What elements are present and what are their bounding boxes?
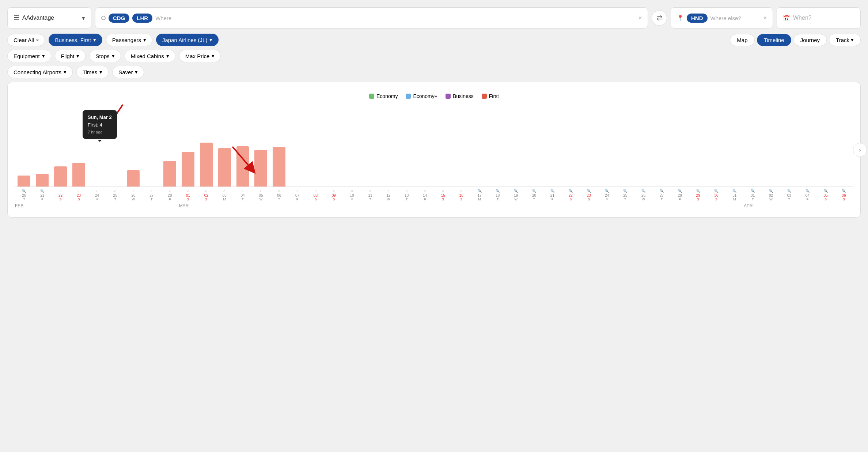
bar-col[interactable] (143, 106, 161, 187)
date-icon[interactable]: 🔍 (660, 189, 664, 193)
date-icon[interactable]: ✓ (150, 189, 153, 193)
bar-col[interactable] (689, 106, 707, 187)
bar-col[interactable] (270, 106, 288, 187)
date-icon[interactable]: 🔍 (824, 189, 828, 193)
next-button[interactable]: › (853, 143, 867, 157)
max-price-filter[interactable]: Max Price ▾ (179, 50, 221, 62)
bar-col[interactable] (561, 106, 580, 187)
date-icon[interactable]: 🔍 (696, 189, 700, 193)
bar-col[interactable] (816, 106, 835, 187)
dest-close-icon[interactable]: × (763, 15, 767, 21)
timeline-view-button[interactable]: Timeline (757, 34, 791, 46)
date-icon[interactable]: 🔍 (22, 189, 26, 193)
bar-col[interactable] (762, 106, 780, 187)
date-icon[interactable]: 🔍 (842, 189, 846, 193)
date-icon[interactable]: 🔍 (587, 189, 591, 193)
bar-col[interactable] (634, 106, 653, 187)
date-icon[interactable]: ✓ (223, 189, 226, 193)
date-icon[interactable]: ✓ (114, 189, 117, 193)
date-icon[interactable]: 🔍 (641, 189, 645, 193)
when-box[interactable]: 📅 When? (777, 7, 861, 29)
bar-col[interactable] (434, 106, 452, 187)
date-icon[interactable]: 🔍 (806, 189, 810, 193)
bar-col[interactable] (525, 106, 543, 187)
saver-filter[interactable]: Saver ▾ (112, 66, 144, 78)
bar-col[interactable] (161, 106, 179, 187)
bar-col[interactable] (361, 106, 379, 187)
date-icon[interactable]: 🔍 (678, 189, 682, 193)
date-icon[interactable]: × (387, 189, 389, 193)
equipment-filter[interactable]: Equipment ▾ (7, 50, 51, 62)
cabin-filter[interactable]: Business, First ▾ (49, 34, 102, 46)
date-icon[interactable]: × (369, 189, 371, 193)
date-icon[interactable]: ✓ (187, 189, 190, 193)
date-icon[interactable]: × (442, 189, 444, 193)
bar-col[interactable] (580, 106, 598, 187)
date-icon[interactable]: 🔍 (496, 189, 500, 193)
bar-col[interactable] (70, 106, 88, 187)
bar-col[interactable] (543, 106, 561, 187)
bar-col[interactable] (725, 106, 744, 187)
airline-filter[interactable]: Japan Airlines (JL) ▾ (156, 34, 219, 46)
origin-chip-cdg[interactable]: CDG (109, 14, 129, 23)
bar-col[interactable] (33, 106, 52, 187)
bar-col[interactable] (507, 106, 525, 187)
bar-col[interactable] (215, 106, 234, 187)
bar-col[interactable] (343, 106, 361, 187)
bar-col[interactable] (15, 106, 33, 187)
date-icon[interactable]: 🔍 (769, 189, 773, 193)
bar-col[interactable] (780, 106, 798, 187)
origin-close-icon[interactable]: × (638, 15, 642, 21)
date-icon[interactable]: × (406, 189, 408, 193)
bar-col[interactable] (671, 106, 689, 187)
date-icon[interactable]: 🔍 (40, 189, 44, 193)
date-icon[interactable]: × (460, 189, 462, 193)
map-view-button[interactable]: Map (730, 34, 754, 46)
date-icon[interactable]: 🔍 (569, 189, 573, 193)
date-icon[interactable]: 🔍 (514, 189, 518, 193)
bar-col[interactable] (470, 106, 489, 187)
bar-col[interactable] (744, 106, 762, 187)
bar-col[interactable] (379, 106, 398, 187)
origin-airports-box[interactable]: CDG LHR Where × (95, 7, 648, 29)
bar-col[interactable] (707, 106, 725, 187)
date-icon[interactable]: ✓ (241, 189, 244, 193)
journey-view-button[interactable]: Journey (793, 34, 827, 46)
bar-col[interactable] (598, 106, 616, 187)
bar-col[interactable] (798, 106, 816, 187)
flight-filter[interactable]: Flight ▾ (55, 50, 86, 62)
date-icon[interactable]: × (278, 189, 280, 193)
bar-col[interactable] (252, 106, 270, 187)
bar-col[interactable] (452, 106, 470, 187)
date-icon[interactable]: ✓ (259, 189, 262, 193)
date-icon[interactable]: × (132, 189, 134, 193)
bar-col[interactable] (489, 106, 507, 187)
date-icon[interactable]: ✓ (77, 189, 80, 193)
clear-all-button[interactable]: Clear All × (7, 34, 45, 46)
bar-col[interactable] (288, 106, 307, 187)
date-icon[interactable]: ✓ (168, 189, 171, 193)
times-filter[interactable]: Times ▾ (76, 66, 109, 78)
date-icon[interactable]: 🔍 (478, 189, 482, 193)
date-icon[interactable]: 🔍 (714, 189, 718, 193)
date-icon[interactable]: × (333, 189, 335, 193)
date-icon[interactable]: ✓ (205, 189, 208, 193)
bar-col[interactable] (197, 106, 215, 187)
date-icon[interactable]: × (351, 189, 353, 193)
date-icon[interactable]: 🔍 (751, 189, 755, 193)
date-icon[interactable]: 🔍 (605, 189, 609, 193)
date-icon[interactable]: 🔍 (623, 189, 627, 193)
bar-col[interactable] (124, 106, 143, 187)
bar-col[interactable] (616, 106, 634, 187)
date-icon[interactable]: × (296, 189, 298, 193)
bar-col[interactable] (307, 106, 325, 187)
date-icon[interactable]: 🔍 (732, 189, 736, 193)
date-icon[interactable]: ✓ (95, 189, 98, 193)
swap-button[interactable]: ⇄ (652, 10, 667, 26)
stops-filter[interactable]: Stops ▾ (89, 50, 121, 62)
track-view-button[interactable]: Track ▾ (829, 34, 861, 46)
mixed-cabins-filter[interactable]: Mixed Cabins ▾ (125, 50, 175, 62)
dest-chip-hnd[interactable]: HND (687, 14, 708, 23)
date-icon[interactable]: 🔍 (550, 189, 554, 193)
date-icon[interactable]: 🔍 (532, 189, 536, 193)
